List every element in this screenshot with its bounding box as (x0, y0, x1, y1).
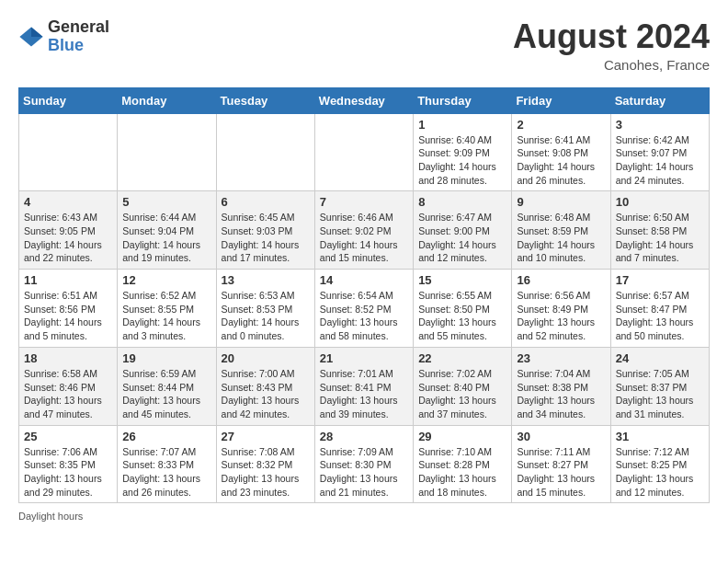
day-number: 9 (517, 195, 605, 209)
day-number: 28 (320, 430, 408, 443)
table-row (314, 113, 413, 191)
day-info: Sunrise: 6:47 AM Sunset: 9:00 PM Dayligh… (418, 211, 506, 265)
table-row: 18Sunrise: 6:58 AM Sunset: 8:46 PM Dayli… (19, 347, 118, 425)
day-number: 11 (24, 273, 112, 287)
calendar-table: Sunday Monday Tuesday Wednesday Thursday… (18, 87, 710, 504)
table-row: 19Sunrise: 6:59 AM Sunset: 8:44 PM Dayli… (118, 347, 216, 425)
table-row: 8Sunrise: 6:47 AM Sunset: 9:00 PM Daylig… (414, 191, 512, 270)
day-info: Sunrise: 6:59 AM Sunset: 8:44 PM Dayligh… (122, 367, 210, 421)
calendar-week-row: 4Sunrise: 6:43 AM Sunset: 9:05 PM Daylig… (19, 191, 710, 270)
month-year-title: August 2024 (513, 18, 710, 55)
table-row: 26Sunrise: 7:07 AM Sunset: 8:33 PM Dayli… (118, 425, 216, 503)
table-row: 14Sunrise: 6:54 AM Sunset: 8:52 PM Dayli… (314, 270, 413, 348)
table-row: 13Sunrise: 6:53 AM Sunset: 8:53 PM Dayli… (216, 270, 314, 348)
day-info: Sunrise: 6:53 AM Sunset: 8:53 PM Dayligh… (222, 289, 310, 343)
day-number: 4 (24, 195, 112, 209)
day-number: 6 (222, 195, 310, 209)
day-info: Sunrise: 6:54 AM Sunset: 8:52 PM Dayligh… (320, 289, 408, 343)
footer: Daylight hours (18, 511, 710, 522)
day-info: Sunrise: 6:48 AM Sunset: 8:59 PM Dayligh… (517, 211, 605, 265)
calendar-week-row: 11Sunrise: 6:51 AM Sunset: 8:56 PM Dayli… (19, 270, 710, 348)
col-tuesday: Tuesday (216, 87, 314, 113)
day-number: 16 (517, 273, 605, 287)
table-row: 24Sunrise: 7:05 AM Sunset: 8:37 PM Dayli… (610, 347, 709, 425)
day-number: 26 (122, 430, 210, 443)
table-row: 4Sunrise: 6:43 AM Sunset: 9:05 PM Daylig… (19, 191, 118, 270)
table-row (216, 113, 314, 191)
day-info: Sunrise: 7:07 AM Sunset: 8:33 PM Dayligh… (122, 445, 210, 500)
day-number: 3 (616, 118, 704, 132)
table-row: 1Sunrise: 6:40 AM Sunset: 9:09 PM Daylig… (414, 113, 512, 191)
day-info: Sunrise: 6:45 AM Sunset: 9:03 PM Dayligh… (222, 211, 310, 265)
day-number: 29 (418, 430, 506, 443)
table-row: 27Sunrise: 7:08 AM Sunset: 8:32 PM Dayli… (216, 425, 314, 503)
col-friday: Friday (512, 87, 610, 113)
col-wednesday: Wednesday (314, 87, 413, 113)
logo-text: General Blue (48, 18, 109, 55)
table-row: 2Sunrise: 6:41 AM Sunset: 9:08 PM Daylig… (512, 113, 610, 191)
day-number: 1 (418, 118, 506, 132)
day-info: Sunrise: 7:00 AM Sunset: 8:43 PM Dayligh… (222, 367, 310, 421)
day-number: 24 (616, 351, 704, 365)
calendar-header-row: Sunday Monday Tuesday Wednesday Thursday… (19, 87, 710, 113)
day-info: Sunrise: 6:52 AM Sunset: 8:55 PM Dayligh… (122, 289, 210, 343)
day-number: 7 (320, 195, 408, 209)
day-info: Sunrise: 6:41 AM Sunset: 9:08 PM Dayligh… (517, 133, 605, 188)
day-number: 19 (122, 351, 210, 365)
table-row: 23Sunrise: 7:04 AM Sunset: 8:38 PM Dayli… (512, 347, 610, 425)
day-info: Sunrise: 6:55 AM Sunset: 8:50 PM Dayligh… (418, 289, 506, 343)
col-sunday: Sunday (19, 87, 118, 113)
table-row: 31Sunrise: 7:12 AM Sunset: 8:25 PM Dayli… (610, 425, 709, 503)
table-row (118, 113, 216, 191)
table-row: 21Sunrise: 7:01 AM Sunset: 8:41 PM Dayli… (314, 347, 413, 425)
table-row: 25Sunrise: 7:06 AM Sunset: 8:35 PM Dayli… (19, 425, 118, 503)
day-number: 12 (122, 273, 210, 287)
table-row: 16Sunrise: 6:56 AM Sunset: 8:49 PM Dayli… (512, 270, 610, 348)
day-info: Sunrise: 6:44 AM Sunset: 9:04 PM Dayligh… (122, 211, 210, 265)
day-number: 30 (517, 430, 605, 443)
logo-general: General (48, 18, 109, 37)
logo-blue: Blue (48, 37, 109, 55)
day-number: 18 (24, 351, 112, 365)
day-info: Sunrise: 6:46 AM Sunset: 9:02 PM Dayligh… (320, 211, 408, 265)
day-info: Sunrise: 7:11 AM Sunset: 8:27 PM Dayligh… (517, 445, 605, 500)
table-row: 10Sunrise: 6:50 AM Sunset: 8:58 PM Dayli… (610, 191, 709, 270)
day-info: Sunrise: 6:42 AM Sunset: 9:07 PM Dayligh… (616, 133, 704, 188)
day-info: Sunrise: 6:56 AM Sunset: 8:49 PM Dayligh… (517, 289, 605, 343)
day-number: 13 (222, 273, 310, 287)
table-row: 20Sunrise: 7:00 AM Sunset: 8:43 PM Dayli… (216, 347, 314, 425)
logo-icon (18, 24, 44, 50)
table-row: 9Sunrise: 6:48 AM Sunset: 8:59 PM Daylig… (512, 191, 610, 270)
col-saturday: Saturday (610, 87, 709, 113)
col-monday: Monday (118, 87, 216, 113)
day-number: 25 (24, 430, 112, 443)
table-row: 28Sunrise: 7:09 AM Sunset: 8:30 PM Dayli… (314, 425, 413, 503)
day-info: Sunrise: 7:08 AM Sunset: 8:32 PM Dayligh… (222, 445, 310, 500)
table-row: 12Sunrise: 6:52 AM Sunset: 8:55 PM Dayli… (118, 270, 216, 348)
day-number: 31 (616, 430, 704, 443)
day-info: Sunrise: 6:40 AM Sunset: 9:09 PM Dayligh… (418, 133, 506, 188)
day-number: 15 (418, 273, 506, 287)
day-info: Sunrise: 7:01 AM Sunset: 8:41 PM Dayligh… (320, 367, 408, 421)
table-row: 11Sunrise: 6:51 AM Sunset: 8:56 PM Dayli… (19, 270, 118, 348)
svg-marker-1 (31, 27, 43, 37)
day-number: 8 (418, 195, 506, 209)
calendar-week-row: 1Sunrise: 6:40 AM Sunset: 9:09 PM Daylig… (19, 113, 710, 191)
logo: General Blue (18, 18, 109, 55)
day-number: 5 (122, 195, 210, 209)
day-info: Sunrise: 6:57 AM Sunset: 8:47 PM Dayligh… (616, 289, 704, 343)
day-number: 27 (222, 430, 310, 443)
col-thursday: Thursday (414, 87, 512, 113)
day-info: Sunrise: 7:04 AM Sunset: 8:38 PM Dayligh… (517, 367, 605, 421)
day-number: 10 (616, 195, 704, 209)
table-row: 15Sunrise: 6:55 AM Sunset: 8:50 PM Dayli… (414, 270, 512, 348)
table-row (19, 113, 118, 191)
day-info: Sunrise: 7:05 AM Sunset: 8:37 PM Dayligh… (616, 367, 704, 421)
calendar-week-row: 18Sunrise: 6:58 AM Sunset: 8:46 PM Dayli… (19, 347, 710, 425)
table-row: 3Sunrise: 6:42 AM Sunset: 9:07 PM Daylig… (610, 113, 709, 191)
page-header: General Blue August 2024 Canohes, France (18, 18, 710, 73)
day-info: Sunrise: 6:43 AM Sunset: 9:05 PM Dayligh… (24, 211, 112, 265)
day-number: 23 (517, 351, 605, 365)
day-info: Sunrise: 7:09 AM Sunset: 8:30 PM Dayligh… (320, 445, 408, 500)
table-row: 22Sunrise: 7:02 AM Sunset: 8:40 PM Dayli… (414, 347, 512, 425)
